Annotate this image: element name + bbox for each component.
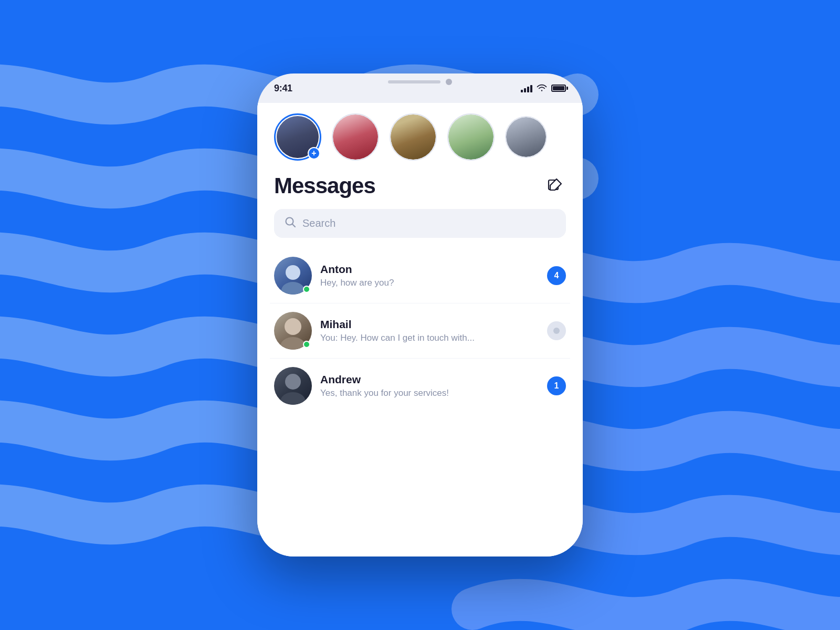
conversation-list: Anton Hey, how are you? 4 [257,248,583,413]
conv-badge-andrew: 1 [547,376,566,395]
add-story-button[interactable]: + [308,147,320,160]
conv-info-anton: Anton Hey, how are you? [320,263,539,288]
story-avatar-2[interactable] [332,113,379,161]
conv-preview-mihail: You: Hey. How can I get in touch with... [320,333,539,343]
story-avatar-5[interactable] [505,116,547,158]
phone-content: + [257,103,583,556]
story-avatar-3[interactable] [390,113,437,161]
messages-header: Messages [257,169,583,209]
conv-badge-mihail [547,321,566,340]
search-icon [285,216,296,230]
compose-button[interactable] [543,174,566,197]
story-avatar-1[interactable]: + [274,113,321,161]
conv-info-mihail: Mihail You: Hey. How can I get in touch … [320,318,539,343]
svg-point-5 [285,318,301,335]
conv-preview-anton: Hey, how are you? [320,278,539,288]
signal-icon [521,84,532,92]
svg-point-9 [280,392,306,405]
online-indicator-anton [303,286,310,293]
svg-point-6 [280,337,306,350]
status-time: 9:41 [274,83,292,94]
notch-camera [446,79,452,85]
conv-avatar-wrap-anton [274,257,312,295]
conversation-item-andrew[interactable]: Andrew Yes, thank you for your services!… [270,359,570,413]
phone-notch [368,74,472,90]
notch-pill [388,80,440,83]
conv-avatar-andrew [274,367,312,405]
online-indicator-mihail [303,341,310,348]
conv-name-andrew: Andrew [320,373,539,386]
search-bar[interactable]: Search [274,209,566,238]
search-placeholder[interactable]: Search [302,217,335,229]
conv-preview-andrew: Yes, thank you for your services! [320,388,539,398]
messages-title: Messages [274,173,375,198]
conv-name-anton: Anton [320,263,539,276]
compose-icon [547,178,562,194]
conv-avatar-wrap-andrew [274,367,312,405]
stories-row: + [257,103,583,169]
svg-point-4 [281,282,304,295]
conv-info-andrew: Andrew Yes, thank you for your services! [320,373,539,398]
svg-point-3 [286,265,300,280]
wifi-icon [537,83,547,93]
conv-avatar-wrap-mihail [274,312,312,350]
battery-icon [551,85,566,92]
status-icons [521,83,566,93]
conversation-item-anton[interactable]: Anton Hey, how are you? 4 [270,248,570,303]
svg-point-7 [553,328,560,334]
svg-point-8 [285,374,301,390]
story-avatar-4[interactable] [447,113,495,161]
conversation-item-mihail[interactable]: Mihail You: Hey. How can I get in touch … [270,303,570,359]
conv-name-mihail: Mihail [320,318,539,331]
conv-badge-anton: 4 [547,266,566,285]
phone-frame: 9:41 [257,74,583,556]
